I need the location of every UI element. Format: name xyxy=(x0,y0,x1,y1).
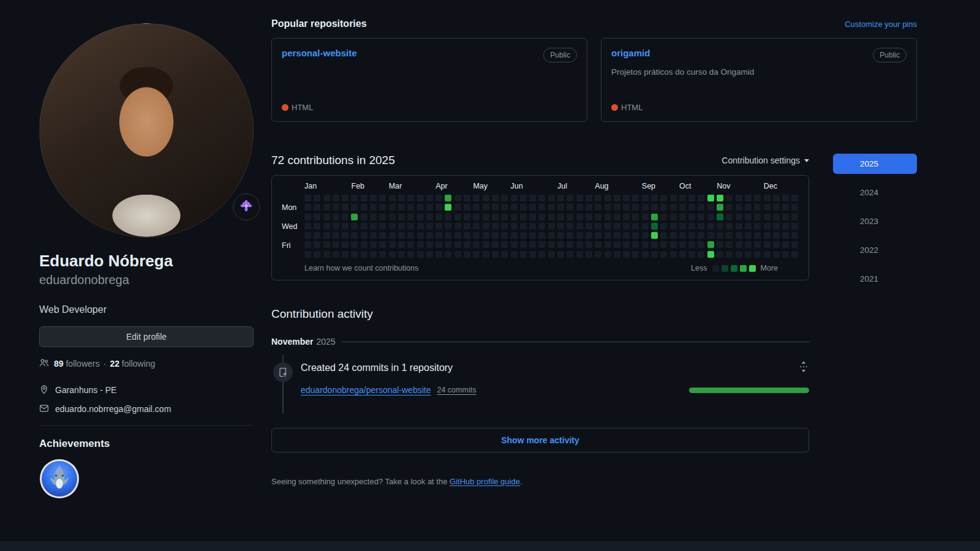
contribution-cell[interactable] xyxy=(782,251,789,258)
contribution-cell[interactable] xyxy=(361,251,368,258)
contribution-cell[interactable] xyxy=(623,223,630,230)
contribution-cell[interactable] xyxy=(736,251,742,258)
contribution-cell[interactable] xyxy=(342,204,349,211)
contribution-cell[interactable] xyxy=(688,223,695,230)
contribution-cell[interactable] xyxy=(511,214,518,220)
contribution-cell[interactable] xyxy=(473,204,480,211)
contribution-cell[interactable] xyxy=(707,241,714,248)
contribution-cell[interactable] xyxy=(464,232,470,239)
contribution-cell[interactable] xyxy=(492,251,499,258)
contribution-cell[interactable] xyxy=(745,241,752,248)
contribution-cell[interactable] xyxy=(679,195,686,201)
contribution-cell[interactable] xyxy=(754,223,761,230)
contribution-cell[interactable] xyxy=(745,251,752,258)
contribution-cell[interactable] xyxy=(698,251,704,258)
contribution-cell[interactable] xyxy=(407,214,414,220)
contribution-cell[interactable] xyxy=(473,241,480,248)
contribution-cell[interactable] xyxy=(351,204,358,211)
contribution-cell[interactable] xyxy=(642,241,649,248)
contribution-cell[interactable] xyxy=(370,241,377,248)
contribution-cell[interactable] xyxy=(520,223,527,230)
contribution-cell[interactable] xyxy=(454,214,461,220)
contribution-cell[interactable] xyxy=(370,214,377,220)
contribution-cell[interactable] xyxy=(304,204,311,211)
contribution-cell[interactable] xyxy=(370,251,377,258)
contribution-cell[interactable] xyxy=(764,251,771,258)
contribution-cell[interactable] xyxy=(501,232,508,239)
contribution-cell[interactable] xyxy=(745,223,752,230)
contribution-cell[interactable] xyxy=(492,204,499,211)
contribution-cell[interactable] xyxy=(688,232,695,239)
contribution-cell[interactable] xyxy=(351,251,358,258)
contribution-cell[interactable] xyxy=(426,223,433,230)
edit-profile-button[interactable]: Edit profile xyxy=(39,326,254,347)
contribution-cell[interactable] xyxy=(529,223,536,230)
contribution-cell[interactable] xyxy=(333,204,339,211)
contribution-cell[interactable] xyxy=(379,241,386,248)
contribution-cell[interactable] xyxy=(379,195,386,201)
contribution-cell[interactable] xyxy=(614,251,620,258)
contribution-cell[interactable] xyxy=(407,251,414,258)
contribution-cell[interactable] xyxy=(679,241,686,248)
contribution-cell[interactable] xyxy=(679,223,686,230)
contribution-cell[interactable] xyxy=(538,232,545,239)
contribution-cell[interactable] xyxy=(351,241,358,248)
contribution-cell[interactable] xyxy=(389,204,396,211)
contribution-cell[interactable] xyxy=(389,241,396,248)
contribution-cell[interactable] xyxy=(717,214,723,220)
contribution-cell[interactable] xyxy=(557,223,564,230)
contribution-cell[interactable] xyxy=(651,251,658,258)
contribution-cell[interactable] xyxy=(567,241,573,248)
contribution-cell[interactable] xyxy=(464,251,470,258)
contribution-cell[interactable] xyxy=(379,223,386,230)
contribution-cell[interactable] xyxy=(520,195,527,201)
contribution-cell[interactable] xyxy=(642,204,649,211)
contribution-cell[interactable] xyxy=(632,204,639,211)
contribution-cell[interactable] xyxy=(323,223,330,230)
contribution-cell[interactable] xyxy=(333,232,339,239)
contribution-cell[interactable] xyxy=(407,241,414,248)
contribution-cell[interactable] xyxy=(454,204,461,211)
contribution-cell[interactable] xyxy=(483,195,489,201)
following-link[interactable]: 22 following xyxy=(110,359,155,369)
contribution-cell[interactable] xyxy=(679,204,686,211)
contribution-cell[interactable] xyxy=(361,232,368,239)
contribution-cell[interactable] xyxy=(632,241,639,248)
contribution-cell[interactable] xyxy=(726,241,733,248)
contribution-cell[interactable] xyxy=(351,195,358,201)
contribution-cell[interactable] xyxy=(576,251,583,258)
contribution-cell[interactable] xyxy=(773,204,780,211)
contribution-cell[interactable] xyxy=(538,204,545,211)
contribution-cell[interactable] xyxy=(623,241,630,248)
contribution-cell[interactable] xyxy=(389,223,396,230)
contribution-cell[interactable] xyxy=(407,223,414,230)
contribution-cell[interactable] xyxy=(538,214,545,220)
contribution-cell[interactable] xyxy=(398,195,405,201)
contribution-cell[interactable] xyxy=(342,241,349,248)
contribution-cell[interactable] xyxy=(398,204,405,211)
contribution-cell[interactable] xyxy=(389,251,396,258)
contribution-cell[interactable] xyxy=(679,214,686,220)
contribution-cell[interactable] xyxy=(567,214,573,220)
contribution-cell[interactable] xyxy=(314,223,320,230)
contribution-cell[interactable] xyxy=(304,232,311,239)
contribution-cell[interactable] xyxy=(586,232,592,239)
contribution-cell[interactable] xyxy=(791,251,798,258)
contribution-cell[interactable] xyxy=(717,223,723,230)
contribution-cell[interactable] xyxy=(567,251,573,258)
contribution-cell[interactable] xyxy=(548,232,555,239)
contribution-cell[interactable] xyxy=(670,195,677,201)
contribution-cell[interactable] xyxy=(501,195,508,201)
contribution-cell[interactable] xyxy=(688,241,695,248)
contribution-cell[interactable] xyxy=(773,195,780,201)
contribution-cell[interactable] xyxy=(688,251,695,258)
contribution-cell[interactable] xyxy=(773,232,780,239)
contribution-cell[interactable] xyxy=(342,223,349,230)
contribution-cell[interactable] xyxy=(426,241,433,248)
contribution-cell[interactable] xyxy=(670,251,677,258)
contribution-cell[interactable] xyxy=(426,195,433,201)
contribution-cell[interactable] xyxy=(529,214,536,220)
contribution-cell[interactable] xyxy=(511,241,518,248)
contribution-cell[interactable] xyxy=(576,195,583,201)
achievement-badge-pull-shark[interactable] xyxy=(39,459,80,499)
